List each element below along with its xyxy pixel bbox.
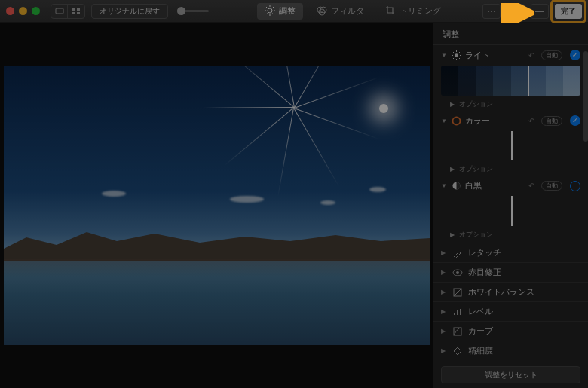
tab-crop[interactable]: トリミング — [378, 3, 449, 20]
section-color-label: カラー — [465, 115, 525, 127]
info-button[interactable]: — — [531, 4, 549, 19]
reset-light-icon[interactable]: ↶ — [528, 51, 534, 60]
photo-canvas[interactable] — [0, 23, 433, 388]
ellipsis-icon: ⋯ — [487, 6, 496, 17]
section-curves[interactable]: ▶ カーブ — [433, 321, 588, 341]
minimize-window-button[interactable] — [19, 7, 27, 15]
section-levels[interactable]: ▶ レベル — [433, 301, 588, 321]
svg-rect-2 — [77, 8, 80, 11]
reset-adjustments-button[interactable]: 調整をリセット — [441, 366, 580, 383]
section-redeye-label: 赤目修正 — [468, 267, 501, 278]
adjust-icon — [265, 5, 275, 17]
svg-point-5 — [268, 8, 272, 13]
auto-color-button[interactable]: 自動 — [541, 116, 562, 126]
svg-rect-0 — [56, 8, 63, 14]
svg-line-12 — [273, 7, 274, 8]
svg-line-10 — [266, 7, 268, 8]
color-preview-strip[interactable] — [441, 131, 580, 161]
dash-icon: — — [535, 6, 544, 17]
section-redeye[interactable]: ▶ 赤目修正 — [433, 262, 588, 282]
section-retouch-label: レタッチ — [468, 247, 501, 258]
color-options-toggle[interactable]: ▶オプション — [433, 163, 588, 177]
svg-point-18 — [455, 53, 458, 57]
svg-point-27 — [452, 117, 460, 124]
toolbar: オリジナルに戻す 調整 フィルタ トリミング ⋯ ♡ — 完了 — [0, 0, 588, 23]
light-enabled-toggle[interactable]: ✓ — [570, 50, 580, 60]
adjust-sidebar: 調整 ▼ ライト ↶ 自動 ✓ ▶オプション ▼ カラー ↶ 自動 ✓ — [433, 23, 588, 388]
crop-icon — [385, 5, 396, 17]
svg-line-32 — [454, 289, 461, 296]
color-enabled-toggle[interactable]: ✓ — [570, 115, 580, 126]
section-whitebalance-label: ホワイトバランス — [468, 286, 534, 298]
whitebalance-icon — [452, 287, 463, 298]
svg-line-13 — [266, 13, 268, 14]
definition-icon — [452, 346, 463, 356]
svg-rect-3 — [72, 12, 75, 14]
bw-icon — [451, 181, 461, 191]
redeye-icon — [452, 267, 463, 278]
auto-light-button[interactable]: 自動 — [541, 50, 562, 60]
section-color[interactable]: ▼ カラー ↶ 自動 ✓ — [433, 112, 588, 130]
svg-rect-36 — [454, 328, 461, 335]
light-options-toggle[interactable]: ▶オプション — [433, 98, 588, 112]
tab-adjust[interactable]: 調整 — [257, 3, 303, 20]
svg-rect-33 — [454, 313, 455, 315]
light-preview-strip[interactable] — [441, 66, 580, 96]
levels-icon — [452, 307, 463, 317]
curves-icon — [452, 326, 463, 337]
more-button[interactable]: ⋯ — [482, 4, 501, 19]
svg-line-26 — [453, 58, 454, 59]
reset-color-icon[interactable]: ↶ — [528, 117, 534, 125]
bw-preview-strip[interactable] — [441, 196, 580, 226]
section-bw-label: 白黒 — [465, 180, 525, 191]
zoom-slider[interactable] — [177, 10, 209, 12]
section-light[interactable]: ▼ ライト ↶ 自動 ✓ — [433, 47, 588, 64]
retouch-icon — [452, 248, 463, 258]
svg-line-23 — [453, 52, 454, 53]
section-levels-label: レベル — [468, 306, 493, 317]
tab-adjust-label: 調整 — [279, 5, 296, 17]
auto-bw-button[interactable]: 自動 — [541, 181, 562, 191]
zoom-slider-thumb[interactable] — [177, 7, 185, 15]
main: 調整 ▼ ライト ↶ 自動 ✓ ▶オプション ▼ カラー ↶ 自動 ✓ — [0, 23, 588, 388]
section-retouch[interactable]: ▶ レタッチ — [433, 243, 588, 262]
disclosure-triangle-icon[interactable]: ▼ — [441, 52, 447, 59]
svg-rect-35 — [460, 309, 461, 315]
window-traffic-lights — [6, 7, 40, 15]
tab-crop-label: トリミング — [400, 5, 441, 17]
section-whitebalance[interactable]: ▶ ホワイトバランス — [433, 282, 588, 301]
tab-filter[interactable]: フィルタ — [309, 3, 372, 20]
svg-rect-34 — [457, 310, 458, 315]
tab-filter-label: フィルタ — [331, 5, 364, 17]
section-definition[interactable]: ▶ 精細度 — [433, 341, 588, 360]
color-icon — [451, 115, 461, 126]
light-icon — [451, 50, 461, 60]
sidebar-scrollbar[interactable] — [583, 51, 588, 142]
section-bw[interactable]: ▼ 白黒 ↶ 自動 — [433, 177, 588, 194]
revert-to-original-button[interactable]: オリジナルに戻す — [91, 4, 168, 19]
svg-line-11 — [273, 13, 274, 14]
section-light-label: ライト — [465, 50, 525, 61]
zoom-window-button[interactable] — [32, 7, 40, 15]
bw-options-toggle[interactable]: ▶オプション — [433, 228, 588, 243]
section-definition-label: 精細度 — [468, 345, 493, 356]
section-curves-label: カーブ — [468, 325, 493, 337]
color-slider-handle[interactable] — [511, 131, 513, 161]
heart-icon: ♡ — [512, 6, 520, 17]
photos-view-icon[interactable] — [51, 5, 68, 18]
svg-line-25 — [459, 52, 460, 53]
grid-view-icon[interactable] — [68, 5, 84, 18]
svg-rect-1 — [72, 8, 75, 11]
done-button[interactable]: 完了 — [555, 4, 582, 19]
disclosure-triangle-icon[interactable]: ▼ — [441, 182, 447, 189]
svg-rect-4 — [77, 12, 80, 14]
light-slider-handle[interactable] — [528, 66, 529, 96]
bw-enabled-toggle[interactable] — [570, 181, 580, 191]
reset-bw-icon[interactable]: ↶ — [528, 182, 534, 190]
favorite-button[interactable]: ♡ — [507, 4, 525, 19]
disclosure-triangle-icon[interactable]: ▼ — [441, 118, 447, 124]
svg-point-30 — [456, 271, 459, 274]
close-window-button[interactable] — [6, 7, 14, 15]
view-mode-segment[interactable] — [51, 4, 85, 19]
bw-slider-handle[interactable] — [511, 196, 513, 226]
